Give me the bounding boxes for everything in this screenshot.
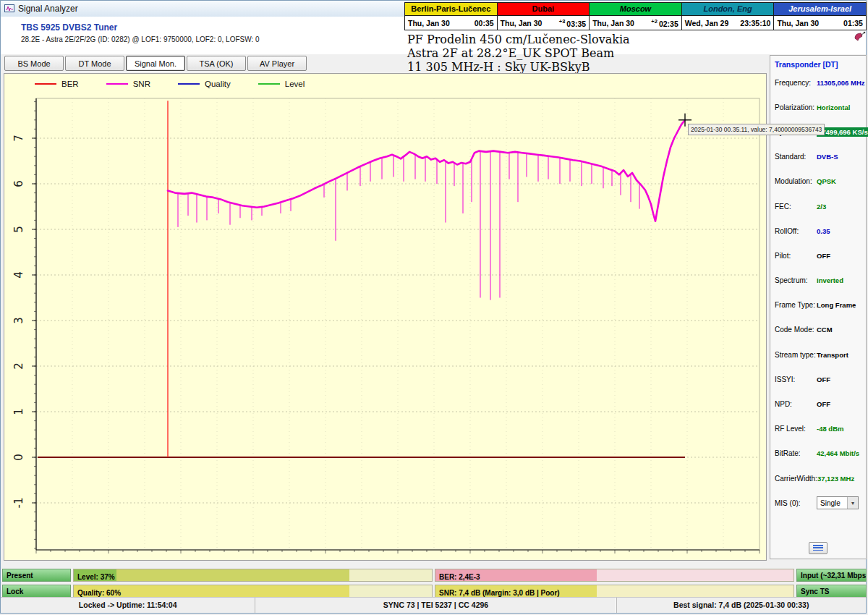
svg-text:4: 4 xyxy=(12,271,25,279)
tp-row-issyi: ISSYI:OFF xyxy=(770,367,866,391)
svg-text:7: 7 xyxy=(12,135,25,142)
tp-value: 2/3 xyxy=(817,203,826,211)
tp-row-rolloff: RollOff:0.35 xyxy=(770,219,866,243)
tp-value: CCM xyxy=(817,326,833,334)
mis-row: MIS (0): Single ▾ xyxy=(770,491,866,515)
tp-value: 0.35 xyxy=(817,227,830,235)
tp-value: -48 dBm xyxy=(817,425,843,433)
indicator-lock: Lock xyxy=(2,585,71,598)
tp-value: Long Frame xyxy=(817,301,856,309)
clock-time: Thu, Jan 3001:35 xyxy=(774,16,866,30)
tp-label: ISSYI: xyxy=(775,376,817,383)
tp-value: 11305,006 MHz xyxy=(817,79,865,87)
bar-quality-60: Quality: 60% xyxy=(73,585,433,598)
bar-label: Quality: 60% xyxy=(74,589,121,597)
annotation-line-1: PF Prodelin 450 cm/Lučenec-Slovakia xyxy=(407,33,630,46)
tp-row-bitrate: BitRate:42,464 Mbit/s xyxy=(770,441,866,466)
legend-label: Quality xyxy=(205,80,231,88)
tp-row-stream-type: Stream type:Transport xyxy=(770,342,866,367)
tp-value: Horizontal xyxy=(817,103,850,111)
svg-text:5: 5 xyxy=(12,226,25,233)
legend-label: SNR xyxy=(133,80,150,88)
panel-log-button[interactable] xyxy=(809,542,827,554)
tp-row-polarization: Polarization:Horizontal xyxy=(770,95,866,119)
mis-label: MIS (0): xyxy=(775,499,817,507)
signal-chart: BERSNRQualityLevel 76543210-1 xyxy=(4,73,767,561)
status-best-signal: Best signal: 7,4 dB (2025-01-30 00:33) xyxy=(616,598,866,613)
bar-ber-2-4e-3: BER: 2,4E-3 xyxy=(435,569,794,582)
mis-select[interactable]: Single ▾ xyxy=(817,496,859,509)
signal-analyzer-window: Signal Analyzer TBS 5925 DVBS2 Tuner 28.… xyxy=(0,0,867,614)
tp-row-frequency: Frequency:11305,006 MHz xyxy=(770,70,866,95)
statusbar: Locked -> Uptime: 11:54:04 SYNC 73 | TEI… xyxy=(1,597,866,613)
tab-dt-mode[interactable]: DT Mode xyxy=(65,56,124,71)
indicator-input-32-31-mbps: Input (~32,31 Mbps) xyxy=(796,569,867,582)
tp-row-rf-level: RF Level:-48 dBm xyxy=(770,417,866,441)
svg-text:-1: -1 xyxy=(12,498,25,509)
tp-label: Frequency: xyxy=(775,79,817,87)
clock-time: Wed, Jan 2923:35:10 xyxy=(682,16,774,30)
bar-label: Level: 37% xyxy=(74,573,115,581)
clock-city-label: Berlin-Paris-Lučenec xyxy=(405,3,497,16)
mis-value: Single xyxy=(820,499,841,507)
indicator-sync-ts: Sync TS xyxy=(796,585,867,598)
legend-swatch xyxy=(258,83,280,85)
legend-label: BER xyxy=(61,80,79,88)
list-lines-icon xyxy=(813,545,823,552)
tp-row-modulation: Modulation:QPSK xyxy=(770,169,866,194)
tp-value: DVB-S xyxy=(817,153,838,161)
tp-value: Transport xyxy=(817,351,848,359)
bar-level-37: Level: 37% xyxy=(73,569,433,582)
chart-svg[interactable]: 76543210-1 xyxy=(4,74,766,560)
tuner-name: TBS 5925 DVBS2 Tuner xyxy=(21,22,260,33)
status-lock-uptime: Locked -> Uptime: 11:54:04 xyxy=(1,598,255,613)
tab-bs-mode[interactable]: BS Mode xyxy=(4,56,64,71)
tp-label: RollOff: xyxy=(775,227,817,235)
tp-label: Spectrum: xyxy=(775,276,817,284)
legend-swatch xyxy=(178,83,200,85)
status-sync-counters: SYNC 73 | TEI 5237 | CC 4296 xyxy=(255,598,616,613)
clock-city-label: Dubai xyxy=(498,3,590,16)
tuner-info: TBS 5925 DVBS2 Tuner 28.2E - Astra 2E/2F… xyxy=(21,22,260,43)
indicator-present: Present xyxy=(2,569,71,582)
legend-quality: Quality xyxy=(178,80,231,88)
legend-snr: SNR xyxy=(106,80,150,88)
chevron-down-icon: ▾ xyxy=(847,497,858,509)
svg-text:3: 3 xyxy=(12,317,25,324)
legend-ber: BER xyxy=(35,80,79,88)
clock-city-label: Moscow xyxy=(590,3,681,16)
tp-label: RF Level: xyxy=(775,425,817,433)
panel-title: Transponder [DT] xyxy=(770,56,866,70)
tab-av-player[interactable]: AV Player xyxy=(247,56,307,71)
tp-value: 42,464 Mbit/s xyxy=(817,449,859,457)
svg-text:6: 6 xyxy=(12,180,25,187)
tp-value: OFF xyxy=(817,376,830,383)
tp-value: OFF xyxy=(817,252,830,260)
clock-berlin-paris-lu-enec: Berlin-Paris-LučenecThu, Jan 3000:35 xyxy=(405,3,498,30)
tp-row-carrierwidth: CarrierWidth:37,123 MHz xyxy=(770,466,866,491)
window-title: Signal Analyzer xyxy=(18,4,78,14)
clock-strip: Berlin-Paris-LučenecThu, Jan 3000:35Duba… xyxy=(404,2,867,30)
clock-moscow: MoscowThu, Jan 30+202:35 xyxy=(590,3,682,30)
tp-row-spectrum: Spectrum:Inverted xyxy=(770,268,866,293)
clock-dubai: DubaiThu, Jan 30+303:35 xyxy=(498,3,590,30)
cursor-tooltip: 2025-01-30 00.35.11, value: 7,4000000953… xyxy=(688,124,825,135)
tp-label: Stream type: xyxy=(775,351,817,359)
tp-label: NPD: xyxy=(775,400,817,408)
tp-row-frame-type: Frame Type:Long Frame xyxy=(770,293,866,318)
mode-tabs: BS ModeDT ModeSignal Mon.TSA (OK)AV Play… xyxy=(4,56,307,71)
tp-label: FEC: xyxy=(775,203,817,211)
clock-jerusalem-israel: Jerusalem-IsraelThu, Jan 3001:35 xyxy=(774,3,866,30)
tp-label: Standard: xyxy=(775,153,817,161)
tab-tsa-ok[interactable]: TSA (OK) xyxy=(187,56,246,71)
signal-bars-row2: LockQuality: 60%SNR: 7,4 dB (Margin: 3,0… xyxy=(2,585,867,598)
tab-signal-mon[interactable]: Signal Mon. xyxy=(126,56,185,71)
svg-text:1: 1 xyxy=(12,408,25,415)
tp-label: Pilot: xyxy=(775,252,817,260)
tp-value: OFF xyxy=(817,400,830,408)
clock-time: Thu, Jan 3000:35 xyxy=(405,16,497,30)
clock-city-label: Jerusalem-Israel xyxy=(774,3,866,16)
tp-label: Modulation: xyxy=(775,177,817,185)
tp-label: BitRate: xyxy=(775,449,817,457)
tp-row-standard: Standard:DVB-S xyxy=(770,145,866,169)
